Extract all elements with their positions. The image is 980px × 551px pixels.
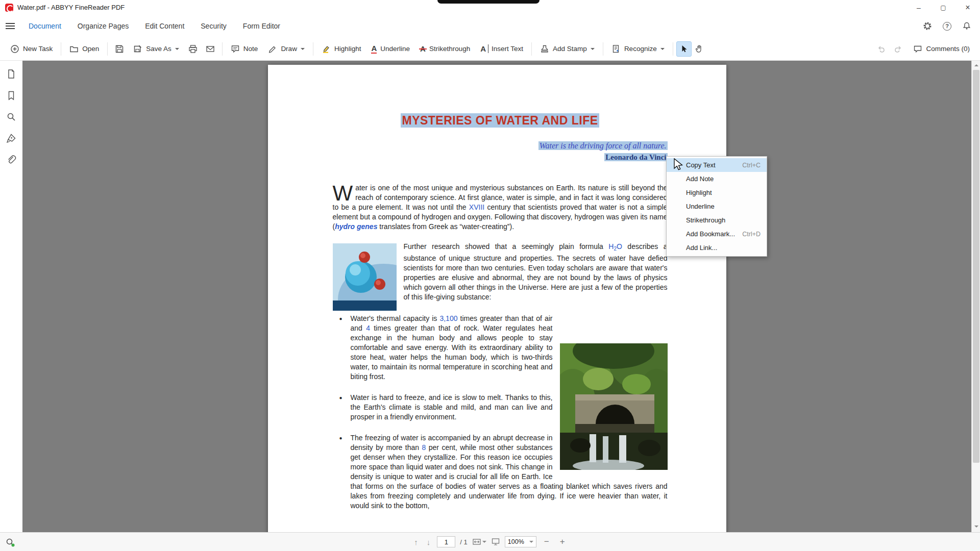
new-task-button[interactable]: New Task — [5, 40, 58, 58]
envelope-icon — [206, 44, 215, 54]
main-toolbar: New Task Open Save As Note — [0, 37, 980, 61]
note-button[interactable]: Note — [226, 40, 263, 58]
recognize-button[interactable]: Recognize — [606, 40, 670, 58]
fit-width-button[interactable] — [472, 537, 486, 546]
signature-panel-icon[interactable] — [5, 132, 17, 144]
context-menu-item-highlight[interactable]: Highlight — [667, 186, 767, 199]
menu-item-label: Strikethrough — [686, 216, 725, 224]
marked-search-icon[interactable] — [4, 536, 16, 548]
tab-form-editor[interactable]: Form Editor — [235, 15, 288, 37]
print-button[interactable] — [184, 40, 202, 58]
redo-button[interactable] — [891, 41, 906, 57]
insert-text-a-icon: A — [480, 45, 486, 53]
zoom-value: 100% — [508, 538, 524, 545]
email-button[interactable] — [202, 40, 219, 58]
menu-item-label: Add Bookmark... — [686, 230, 735, 238]
zoom-in-button[interactable]: + — [557, 537, 568, 547]
tab-document[interactable]: Document — [20, 15, 69, 37]
hand-tool-button[interactable] — [692, 41, 707, 57]
toolbar-separator — [107, 42, 108, 56]
draw-button[interactable]: Draw — [263, 40, 310, 58]
document-area[interactable]: MYSTERIES OF WATER AND LIFE Water is the… — [22, 61, 971, 532]
undo-arrow-icon — [876, 44, 886, 54]
undo-button[interactable] — [873, 41, 889, 57]
page-navigation-controls: ↑ ↓ / 1 100% − + — [412, 536, 568, 547]
menu-item-shortcut: Ctrl+C — [742, 162, 761, 169]
mouse-cursor — [673, 158, 685, 173]
bullet-2-text: Water is hard to freeze, and ice is slow… — [351, 393, 553, 421]
fit-page-button[interactable] — [491, 537, 500, 546]
bullet-3-text: The freezing of water is accompanied by … — [351, 434, 668, 510]
add-stamp-label: Add Stamp — [553, 45, 587, 53]
new-task-label: New Task — [23, 45, 53, 53]
chevron-down-icon — [660, 48, 665, 52]
next-page-button[interactable]: ↓ — [425, 538, 433, 546]
notifications-bell-icon[interactable] — [962, 21, 972, 31]
attachments-panel-icon[interactable] — [5, 154, 17, 166]
vertical-scrollbar[interactable] — [971, 61, 980, 532]
context-menu-item-add-note[interactable]: Add Note — [667, 172, 767, 186]
menu-item-label: Underline — [686, 203, 715, 210]
tab-organize-pages[interactable]: Organize Pages — [69, 15, 137, 37]
menu-item-label: Highlight — [686, 189, 712, 196]
strikethrough-a-icon: A — [420, 45, 426, 53]
page-number-input[interactable] — [437, 536, 455, 547]
redo-arrow-icon — [894, 44, 903, 54]
tabbar-right-icons: ? — [922, 21, 980, 31]
context-menu-item-underline[interactable]: Underline — [667, 199, 767, 213]
search-panel-icon[interactable] — [5, 111, 17, 123]
insert-text-button[interactable]: A Insert Text — [475, 40, 528, 58]
left-panel-sidebar — [0, 61, 22, 532]
strikethrough-button[interactable]: A Strikethrough — [415, 40, 475, 58]
open-button[interactable]: Open — [64, 40, 104, 58]
epigraph-author: Leonardo da Vinci — [604, 153, 667, 161]
highlight-button[interactable]: Highlight — [316, 40, 366, 58]
chevron-down-icon — [482, 541, 486, 545]
screen-recording-pill — [437, 0, 540, 4]
scrollbar-thumb[interactable] — [973, 70, 979, 463]
menu-item-shortcut: Ctrl+D — [742, 231, 761, 238]
bookmarks-panel-icon[interactable] — [5, 89, 17, 102]
close-button[interactable]: × — [955, 0, 980, 15]
pencil-icon — [268, 44, 277, 54]
zoom-out-button[interactable]: − — [541, 537, 552, 547]
help-icon[interactable]: ? — [943, 22, 951, 31]
recognize-document-icon — [611, 44, 621, 54]
pages-panel-icon[interactable] — [5, 68, 17, 80]
bullet-item-freezing-slow: Water is hard to freeze, and ice is slow… — [333, 393, 668, 422]
save-as-label: Save As — [146, 45, 172, 53]
previous-page-button[interactable]: ↑ — [412, 538, 420, 546]
select-tool-button[interactable] — [676, 41, 692, 57]
save-button[interactable] — [111, 40, 128, 58]
note-label: Note — [243, 45, 258, 53]
add-stamp-button[interactable]: Add Stamp — [535, 40, 600, 58]
settings-gear-icon[interactable] — [922, 21, 933, 31]
minimize-button[interactable]: – — [906, 0, 931, 15]
menu-item-label: Copy Text — [686, 161, 716, 169]
cursor-arrow-icon — [679, 44, 689, 54]
window-controls: – ▢ × — [906, 0, 980, 15]
maximize-button[interactable]: ▢ — [931, 0, 955, 15]
water-molecule-image — [333, 243, 397, 311]
main-menu-button[interactable] — [0, 15, 20, 37]
save-as-disk-icon — [133, 44, 142, 54]
zoom-select[interactable]: 100% — [505, 536, 536, 547]
toolbar-separator — [531, 42, 532, 56]
menu-item-label: Add Note — [686, 175, 714, 183]
chevron-down-icon — [529, 541, 533, 545]
underline-button[interactable]: A Underline — [366, 40, 415, 58]
pdf-page[interactable]: MYSTERIES OF WATER AND LIFE Water is the… — [268, 65, 726, 532]
tab-security[interactable]: Security — [192, 15, 235, 37]
comments-button[interactable]: Comments (0) — [908, 40, 975, 58]
tab-edit-content[interactable]: Edit Content — [137, 15, 192, 37]
highlight-label: Highlight — [334, 45, 361, 53]
scroll-up-arrow[interactable] — [972, 61, 980, 69]
hand-icon — [695, 44, 704, 54]
recognize-label: Recognize — [624, 45, 657, 53]
epigraph-quote: Water is the driving force of all nature… — [538, 141, 668, 150]
context-menu-item-strikethrough[interactable]: Strikethrough — [667, 213, 767, 227]
paragraph-2-text: Further research showed that a seemingly… — [404, 242, 668, 301]
context-menu-item-add-link[interactable]: Add Link... — [667, 241, 767, 255]
context-menu-item-add-bookmark[interactable]: Add Bookmark... Ctrl+D — [667, 227, 767, 241]
save-as-button[interactable]: Save As — [128, 40, 184, 58]
